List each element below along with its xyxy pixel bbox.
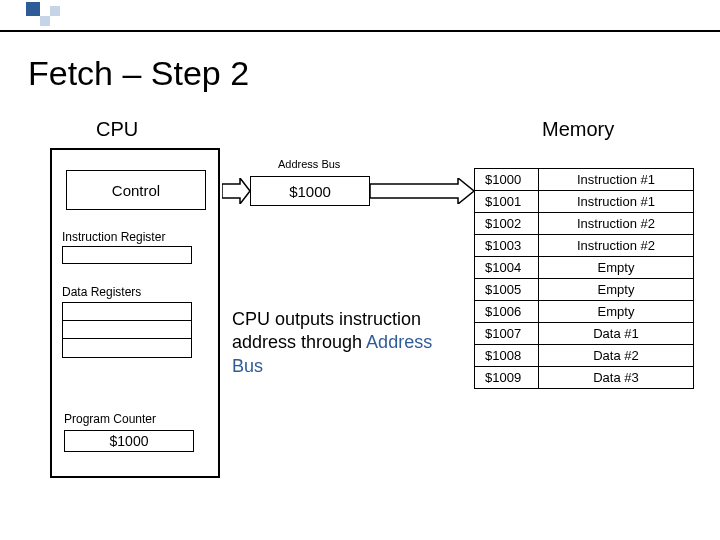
memory-cell-addr: $1006 — [475, 301, 539, 323]
memory-cell-val: Instruction #2 — [539, 213, 694, 235]
program-counter-label: Program Counter — [64, 412, 156, 426]
memory-cell-addr: $1007 — [475, 323, 539, 345]
instruction-register-label: Instruction Register — [62, 230, 165, 244]
address-bus-label: Address Bus — [278, 158, 340, 170]
memory-row: $1003Instruction #2 — [475, 235, 694, 257]
data-registers — [62, 302, 192, 358]
svg-marker-0 — [222, 178, 250, 204]
program-counter: $1000 — [64, 430, 194, 452]
arrow-icon — [222, 178, 250, 204]
memory-cell-val: Instruction #1 — [539, 169, 694, 191]
address-bus-value: $1000 — [250, 176, 370, 206]
data-register-row — [63, 321, 191, 339]
memory-cell-addr: $1009 — [475, 367, 539, 389]
data-register-row — [63, 339, 191, 357]
memory-row: $1009Data #3 — [475, 367, 694, 389]
memory-cell-addr: $1003 — [475, 235, 539, 257]
memory-cell-addr: $1008 — [475, 345, 539, 367]
memory-table: $1000Instruction #1 $1001Instruction #1 … — [474, 168, 694, 389]
memory-cell-addr: $1002 — [475, 213, 539, 235]
memory-row: $1001Instruction #1 — [475, 191, 694, 213]
memory-row: $1006Empty — [475, 301, 694, 323]
memory-cell-val: Instruction #2 — [539, 235, 694, 257]
cpu-box: Control Instruction Register Data Regist… — [50, 148, 220, 478]
svg-marker-1 — [370, 178, 474, 204]
memory-cell-val: Instruction #1 — [539, 191, 694, 213]
step-caption: CPU outputs instruction address through … — [232, 308, 452, 378]
memory-row: $1007Data #1 — [475, 323, 694, 345]
memory-cell-addr: $1005 — [475, 279, 539, 301]
page-title: Fetch – Step 2 — [28, 54, 249, 93]
data-registers-label: Data Registers — [62, 285, 141, 299]
memory-row: $1000Instruction #1 — [475, 169, 694, 191]
memory-row: $1002Instruction #2 — [475, 213, 694, 235]
memory-heading: Memory — [542, 118, 614, 141]
memory-cell-val: Empty — [539, 301, 694, 323]
memory-cell-val: Data #1 — [539, 323, 694, 345]
memory-cell-addr: $1004 — [475, 257, 539, 279]
memory-row: $1008Data #2 — [475, 345, 694, 367]
arrow-icon — [370, 178, 474, 204]
memory-cell-val: Data #2 — [539, 345, 694, 367]
memory-row: $1004Empty — [475, 257, 694, 279]
memory-cell-addr: $1000 — [475, 169, 539, 191]
memory-cell-addr: $1001 — [475, 191, 539, 213]
memory-row: $1005Empty — [475, 279, 694, 301]
cpu-heading: CPU — [96, 118, 138, 141]
decorative-accent — [0, 0, 720, 28]
control-unit: Control — [66, 170, 206, 210]
data-register-row — [63, 303, 191, 321]
memory-cell-val: Empty — [539, 257, 694, 279]
memory-cell-val: Data #3 — [539, 367, 694, 389]
instruction-register — [62, 246, 192, 264]
memory-cell-val: Empty — [539, 279, 694, 301]
